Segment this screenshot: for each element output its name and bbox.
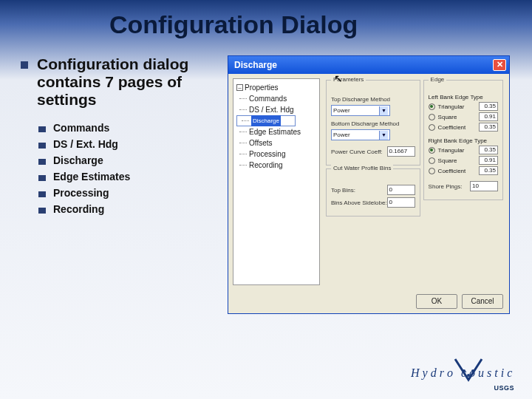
parameters-group: Parameters Top Discharge Method Power▼ B… [326, 80, 420, 166]
tree-item-label: Edge Estimates [249, 126, 301, 137]
cancel-button[interactable]: Cancel [462, 294, 503, 309]
group-label: Parameters [331, 76, 366, 83]
sub-bullet: Recording [21, 203, 228, 215]
tree-item-label: DS / Ext. Hdg [249, 104, 294, 115]
bottom-method-value: Power [333, 132, 379, 138]
tree-item-label: Discharge [251, 115, 281, 126]
bullet-square-icon [38, 208, 46, 214]
bottom-method-select[interactable]: Power▼ [331, 129, 390, 140]
radio-label: Coefficient [438, 168, 479, 174]
shore-pings-label: Shore Pings: [429, 183, 470, 190]
radio-label: Triangular [438, 103, 479, 110]
tree-item-ds-ext-hdg[interactable]: DS / Ext. Hdg [236, 104, 316, 115]
radio-value[interactable]: 0.35 [479, 166, 498, 175]
right-edge-triangular-radio[interactable]: Triangular0.35 [429, 146, 498, 154]
dialog-body: –Properties Commands DS / Ext. Hdg Disch… [228, 74, 509, 290]
top-bins-label: Top Bins: [331, 187, 387, 194]
radio-icon [429, 124, 435, 131]
usgs-badge: USGS [494, 384, 514, 392]
ok-button[interactable]: OK [416, 294, 457, 309]
tree-item-label: Recording [249, 160, 283, 171]
bins-above-label: Bins Above Sidelobe: [331, 200, 387, 206]
tree-root[interactable]: –Properties [236, 82, 316, 93]
right-edge-square-radio[interactable]: Square0.91 [429, 156, 498, 165]
settings-panels: Parameters Top Discharge Method Power▼ B… [324, 78, 505, 285]
dialog-titlebar[interactable]: Discharge ✕ [228, 56, 509, 74]
sub-bullet-text: Recording [53, 203, 104, 215]
top-method-label: Top Discharge Method [331, 96, 415, 103]
top-method-value: Power [333, 107, 379, 114]
radio-value[interactable]: 0.35 [479, 123, 498, 132]
chevron-down-icon: ▼ [379, 106, 388, 115]
radio-icon [429, 103, 435, 110]
radio-label: Square [438, 114, 479, 120]
bullet-square-icon [38, 191, 46, 197]
sub-bullet-text: Edge Estimates [53, 171, 130, 183]
bottom-method-label: Bottom Discharge Method [331, 120, 415, 127]
sub-bullet: Processing [21, 187, 228, 199]
power-coeff-input[interactable]: 0.1667 [387, 146, 415, 157]
main-bullet-text: Configuration dialog contains 7 pages of… [37, 55, 228, 109]
left-edge-triangular-radio[interactable]: Triangular0.35 [429, 102, 498, 111]
left-edge-label: Left Bank Edge Type [429, 94, 498, 100]
dialog-button-row: OK Cancel [228, 290, 509, 313]
tree-item-offsets[interactable]: Offsets [236, 137, 316, 149]
bins-above-input[interactable]: 0 [387, 197, 415, 208]
slide-title: Configuration Dialog [0, 0, 532, 39]
bullet-square-icon [38, 175, 46, 181]
sub-bullet-text: Discharge [53, 154, 103, 166]
slide-content: Configuration dialog contains 7 pages of… [0, 39, 532, 314]
tree-item-edge-estimates[interactable]: Edge Estimates [236, 126, 316, 137]
tree-root-label: Properties [245, 82, 279, 93]
right-edge-coeff-radio[interactable]: Coefficient0.35 [429, 166, 498, 175]
radio-value[interactable]: 0.91 [479, 156, 498, 165]
hydroacoustics-logo-icon: H y d r o c o u s t i c s [411, 355, 514, 387]
left-edge-square-radio[interactable]: Square0.91 [429, 112, 498, 121]
close-button[interactable]: ✕ [493, 59, 506, 71]
footer-logo: H y d r o c o u s t i c s USGS [411, 355, 514, 392]
radio-value[interactable]: 0.35 [479, 102, 498, 111]
top-method-select[interactable]: Power▼ [331, 105, 390, 116]
radio-value[interactable]: 0.35 [479, 146, 498, 154]
bullet-square-icon [38, 143, 46, 149]
settings-tree[interactable]: –Properties Commands DS / Ext. Hdg Disch… [233, 78, 320, 285]
collapse-icon[interactable]: – [236, 84, 243, 91]
tree-item-discharge[interactable]: Discharge [236, 115, 296, 126]
sub-bullet: DS / Ext. Hdg [21, 138, 228, 150]
cut-bins-group: Cut Water Profile Bins Top Bins: 0 Bins … [326, 168, 420, 216]
chevron-down-icon: ▼ [379, 131, 388, 140]
radio-icon [429, 114, 435, 120]
sub-bullet: Edge Estimates [21, 171, 228, 183]
dialog-title-text: Discharge [234, 60, 277, 70]
radio-label: Triangular [438, 147, 479, 154]
close-icon: ✕ [497, 60, 503, 69]
sub-bullet: Commands [21, 122, 228, 134]
left-edge-coeff-radio[interactable]: Coefficient0.35 [429, 123, 498, 132]
tree-item-processing[interactable]: Processing [236, 149, 316, 160]
sub-bullet: Discharge [21, 154, 228, 166]
edge-group: Edge Left Bank Edge Type Triangular0.35 … [423, 80, 503, 200]
bullet-square-icon [38, 126, 46, 132]
shore-pings-input[interactable]: 10 [470, 181, 498, 191]
slide-left-column: Configuration dialog contains 7 pages of… [21, 55, 228, 314]
tree-item-recording[interactable]: Recording [236, 160, 316, 171]
radio-icon [429, 157, 435, 164]
top-bins-input[interactable]: 0 [387, 185, 415, 195]
bullet-square-icon [38, 159, 46, 165]
tree-item-label: Commands [249, 93, 287, 104]
dialog-screenshot: Discharge ✕ –Properties Commands DS / Ex… [228, 55, 516, 314]
bullet-square-icon [21, 61, 28, 69]
main-bullet: Configuration dialog contains 7 pages of… [21, 55, 228, 109]
radio-value[interactable]: 0.91 [479, 112, 498, 121]
tree-item-label: Offsets [249, 137, 273, 149]
group-label: Edge [429, 76, 447, 83]
radio-icon [429, 168, 435, 174]
discharge-dialog: Discharge ✕ –Properties Commands DS / Ex… [228, 55, 510, 314]
sub-bullet-text: DS / Ext. Hdg [53, 138, 118, 150]
tree-item-label: Processing [249, 149, 285, 160]
power-coeff-label: Power Curve Coeff: [331, 149, 387, 155]
radio-label: Coefficient [438, 124, 479, 131]
right-edge-label: Right Bank Edge Type [429, 137, 498, 144]
tree-item-commands[interactable]: Commands [236, 93, 316, 104]
svg-text:c o u s t i c s: c o u s t i c s [461, 366, 514, 379]
